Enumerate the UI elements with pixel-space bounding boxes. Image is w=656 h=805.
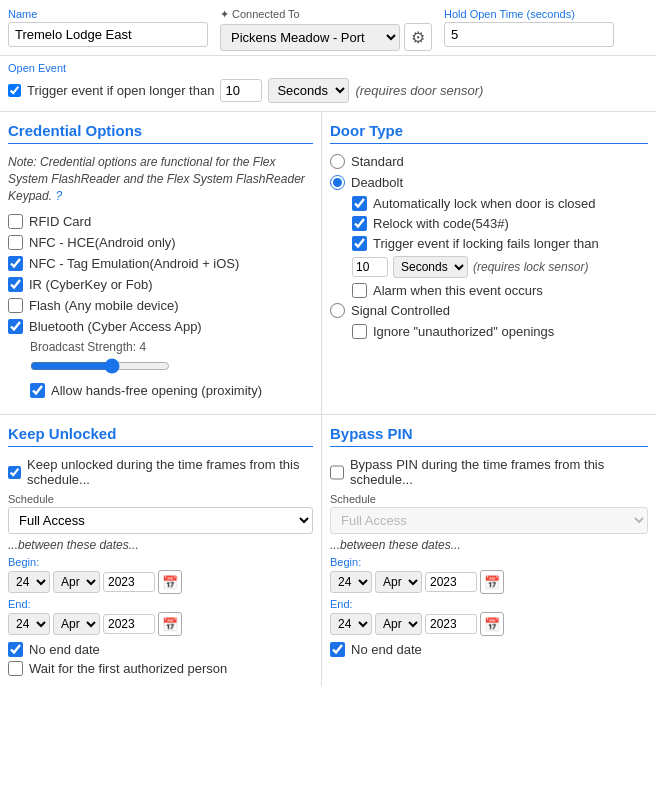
cred-rfid: RFID Card: [8, 214, 313, 229]
cred-ir: IR (CyberKey or Fob): [8, 277, 313, 292]
broadcast-strength-label: Broadcast Strength: 4: [30, 340, 313, 354]
keep-unlocked-no-end-row: No end date: [8, 642, 313, 657]
bypass-pin-end-day-select[interactable]: 24: [330, 613, 372, 635]
bypass-pin-schedule-label: Schedule: [330, 493, 648, 505]
keep-unlocked-begin-day-select[interactable]: 24: [8, 571, 50, 593]
bypass-pin-end-row: 24 Apr 📅: [330, 612, 648, 636]
lock-fail-number[interactable]: [352, 257, 388, 277]
keep-unlocked-checkbox[interactable]: [8, 465, 21, 480]
bypass-pin-between-dates: ...between these dates...: [330, 538, 648, 552]
bypass-pin-begin-cal-button[interactable]: 📅: [480, 570, 504, 594]
cred-ir-label: IR (CyberKey or Fob): [29, 277, 153, 292]
bypass-pin-schedule-select[interactable]: Full Access: [330, 507, 648, 534]
cred-rfid-checkbox[interactable]: [8, 214, 23, 229]
deadbolt-relock-checkbox[interactable]: [352, 216, 367, 231]
keep-unlocked-wait-checkbox[interactable]: [8, 661, 23, 676]
deadbolt-trigger-label: Trigger event if locking fails longer th…: [373, 236, 599, 251]
door-type-signal-label: Signal Controlled: [351, 303, 450, 318]
cred-hands-free-label: Allow hands-free opening (proximity): [51, 383, 262, 398]
two-col-main: Credential Options Note: Credential opti…: [0, 112, 656, 414]
broadcast-slider[interactable]: [30, 358, 170, 374]
deadbolt-trigger-checkbox[interactable]: [352, 236, 367, 251]
cred-rfid-label: RFID Card: [29, 214, 91, 229]
door-type-signal-radio[interactable]: [330, 303, 345, 318]
keep-unlocked-title: Keep Unlocked: [8, 425, 313, 447]
bypass-pin-no-end-label: No end date: [351, 642, 422, 657]
connected-to-field-group: ✦ Connected To Pickens Meadow - Port ⚙: [220, 8, 432, 51]
broadcast-slider-wrap: [30, 358, 313, 377]
cred-ir-checkbox[interactable]: [8, 277, 23, 292]
open-event-requires: (requires door sensor): [355, 83, 483, 98]
keep-unlocked-end-day-select[interactable]: 24: [8, 613, 50, 635]
door-type-standard: Standard: [330, 154, 648, 169]
keep-unlocked-checkbox-row: Keep unlocked during the time frames fro…: [8, 457, 313, 487]
bypass-pin-begin-row: 24 Apr 📅: [330, 570, 648, 594]
hold-open-label: Hold Open Time (seconds): [444, 8, 614, 20]
door-type-section: Door Type Standard Deadbolt Automaticall…: [322, 112, 656, 414]
connected-to-select[interactable]: Pickens Meadow - Port: [220, 24, 400, 51]
cred-nfc-hce-checkbox[interactable]: [8, 235, 23, 250]
bypass-pin-title: Bypass PIN: [330, 425, 648, 447]
bypass-pin-end-year[interactable]: [425, 614, 477, 634]
bottom-two-col: Keep Unlocked Keep unlocked during the t…: [0, 414, 656, 686]
cred-bluetooth-checkbox[interactable]: [8, 319, 23, 334]
cred-flash-checkbox[interactable]: [8, 298, 23, 313]
open-event-section: Open Event Trigger event if open longer …: [0, 56, 656, 112]
name-input[interactable]: [8, 22, 208, 47]
open-event-text: Trigger event if open longer than: [27, 83, 214, 98]
cred-nfc-tag-checkbox[interactable]: [8, 256, 23, 271]
credential-help-link[interactable]: ?: [55, 189, 62, 203]
top-section: Name ✦ Connected To Pickens Meadow - Por…: [0, 0, 656, 56]
signal-ignore-checkbox[interactable]: [352, 324, 367, 339]
keep-unlocked-wait-row: Wait for the first authorized person: [8, 661, 313, 676]
hold-open-input[interactable]: [444, 22, 614, 47]
door-type-deadbolt-label: Deadbolt: [351, 175, 403, 190]
bypass-pin-end-cal-button[interactable]: 📅: [480, 612, 504, 636]
door-type-deadbolt-radio[interactable]: [330, 175, 345, 190]
lock-fail-requires: (requires lock sensor): [473, 260, 588, 274]
bypass-pin-end-month-select[interactable]: Apr: [375, 613, 422, 635]
bypass-pin-begin-day-select[interactable]: 24: [330, 571, 372, 593]
deadbolt-auto-lock-checkbox[interactable]: [352, 196, 367, 211]
deadbolt-alarm-label: Alarm when this event occurs: [373, 283, 543, 298]
keep-unlocked-no-end-checkbox[interactable]: [8, 642, 23, 657]
bypass-pin-checkbox[interactable]: [330, 465, 344, 480]
cred-hands-free-checkbox[interactable]: [30, 383, 45, 398]
connected-to-wrap: Pickens Meadow - Port ⚙: [220, 23, 432, 51]
deadbolt-relock: Relock with code(543#): [352, 216, 648, 231]
bypass-pin-begin-year[interactable]: [425, 572, 477, 592]
keep-unlocked-end-year[interactable]: [103, 614, 155, 634]
keep-unlocked-begin-month-select[interactable]: Apr: [53, 571, 100, 593]
deadbolt-auto-lock-label: Automatically lock when door is closed: [373, 196, 596, 211]
cred-nfc-hce: NFC - HCE(Android only): [8, 235, 313, 250]
keep-unlocked-wait-label: Wait for the first authorized person: [29, 661, 227, 676]
open-event-checkbox[interactable]: [8, 84, 21, 97]
cred-flash-label: Flash (Any mobile device): [29, 298, 179, 313]
hold-open-field-group: Hold Open Time (seconds): [444, 8, 614, 47]
keep-unlocked-begin-row: 24 Apr 📅: [8, 570, 313, 594]
keep-unlocked-begin-cal-button[interactable]: 📅: [158, 570, 182, 594]
keep-unlocked-schedule-select[interactable]: Full Access: [8, 507, 313, 534]
bypass-pin-begin-label: Begin:: [330, 556, 648, 568]
deadbolt-alarm-checkbox[interactable]: [352, 283, 367, 298]
bypass-pin-section: Bypass PIN Bypass PIN during the time fr…: [322, 415, 656, 686]
keep-unlocked-begin-year[interactable]: [103, 572, 155, 592]
keep-unlocked-schedule-label: Schedule: [8, 493, 313, 505]
open-event-seconds-select[interactable]: Seconds: [268, 78, 349, 103]
bypass-pin-no-end-checkbox[interactable]: [330, 642, 345, 657]
deadbolt-auto-lock: Automatically lock when door is closed: [352, 196, 648, 211]
cred-nfc-hce-label: NFC - HCE(Android only): [29, 235, 176, 250]
door-type-standard-label: Standard: [351, 154, 404, 169]
bypass-pin-begin-month-select[interactable]: Apr: [375, 571, 422, 593]
keep-unlocked-end-cal-button[interactable]: 📅: [158, 612, 182, 636]
lock-fail-seconds-select[interactable]: Seconds: [393, 256, 468, 278]
open-event-number[interactable]: [220, 79, 262, 102]
deadbolt-sub-options: Automatically lock when door is closed R…: [352, 196, 648, 298]
keep-unlocked-label: Keep unlocked during the time frames fro…: [27, 457, 313, 487]
keep-unlocked-end-month-select[interactable]: Apr: [53, 613, 100, 635]
gear-icon: ⚙: [411, 28, 425, 47]
name-label: Name: [8, 8, 208, 20]
door-type-standard-radio[interactable]: [330, 154, 345, 169]
gear-button[interactable]: ⚙: [404, 23, 432, 51]
door-type-title: Door Type: [330, 122, 648, 144]
